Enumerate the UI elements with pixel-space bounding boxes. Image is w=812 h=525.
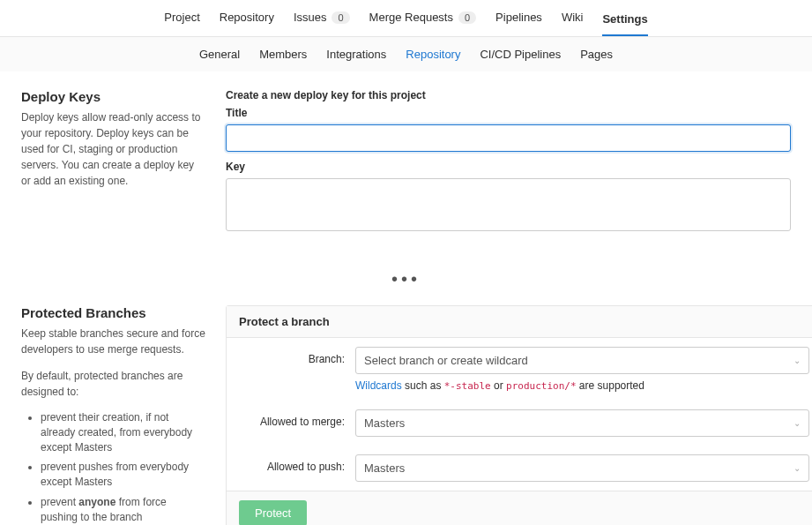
deploy-keys-desc: Deploy keys allow read-only access to yo… [21, 109, 206, 189]
subnav-members[interactable]: Members [259, 48, 307, 61]
allowed-push-value: Masters [364, 461, 405, 475]
nav-merge-requests[interactable]: Merge Requests 0 [369, 11, 477, 27]
protect-branch-panel-head: Protect a branch [227, 306, 812, 338]
nav-merge-requests-label: Merge Requests [369, 11, 453, 24]
allowed-push-select[interactable]: Masters ⌄ [355, 454, 809, 482]
nav-issues[interactable]: Issues 0 [294, 11, 350, 27]
protected-bullet-2: prevent pushes from everybody except Mas… [41, 460, 206, 490]
protected-bullet-1: prevent their creation, if not already c… [41, 410, 206, 454]
subnav-pages[interactable]: Pages [580, 48, 613, 61]
nav-project[interactable]: Project [164, 11, 199, 27]
protect-panel-foot: Protect [227, 491, 812, 525]
deploy-keys-title: Deploy Keys [21, 89, 206, 104]
allowed-merge-value: Masters [364, 416, 405, 430]
protect-button[interactable]: Protect [239, 500, 307, 525]
protected-branches-title: Protected Branches [21, 305, 206, 320]
nav-settings[interactable]: Settings [602, 11, 647, 36]
nav-repository[interactable]: Repository [220, 11, 274, 27]
allowed-push-label: Allowed to push: [239, 454, 345, 473]
allowed-push-row: Allowed to push: Masters ⌄ [227, 446, 812, 491]
branch-row: Branch: Select branch or create wildcard… [227, 338, 812, 401]
project-top-nav: Project Repository Issues 0 Merge Reques… [0, 0, 812, 37]
branch-select-placeholder: Select branch or create wildcard [364, 354, 528, 367]
branch-label: Branch: [239, 347, 345, 365]
deploy-keys-main: Create a new deploy key for this project… [226, 89, 791, 237]
nav-issues-label: Issues [294, 11, 327, 24]
section-separator-icon: ••• [0, 269, 812, 289]
protected-bullets: prevent their creation, if not already c… [21, 410, 206, 525]
allowed-merge-select[interactable]: Masters ⌄ [355, 409, 809, 437]
protected-branches-sidebar: Protected Branches Keep stable branches … [21, 305, 206, 525]
deploy-key-label: Key [226, 161, 791, 173]
protected-branches-section: Protected Branches Keep stable branches … [0, 305, 812, 525]
branch-wildcard-hint: Wildcards such as *-stable or production… [355, 379, 809, 392]
issues-badge: 0 [332, 11, 349, 24]
subnav-repository[interactable]: Repository [406, 48, 460, 61]
deploy-form-heading: Create a new deploy key for this project [226, 89, 791, 101]
deploy-title-label: Title [226, 107, 791, 119]
deploy-key-textarea[interactable] [226, 178, 791, 231]
chevron-down-icon: ⌄ [793, 463, 801, 473]
subnav-integrations[interactable]: Integrations [326, 48, 386, 61]
deploy-keys-section: Deploy Keys Deploy keys allow read-only … [0, 71, 812, 246]
deploy-title-input[interactable] [226, 124, 791, 152]
branch-select[interactable]: Select branch or create wildcard ⌄ [355, 347, 809, 374]
nav-pipelines[interactable]: Pipelines [495, 11, 542, 27]
deploy-keys-sidebar: Deploy Keys Deploy keys allow read-only … [21, 89, 206, 237]
chevron-down-icon: ⌄ [793, 356, 801, 365]
subnav-cicd[interactable]: CI/CD Pipelines [480, 48, 561, 61]
allowed-merge-label: Allowed to merge: [239, 409, 345, 428]
allowed-merge-row: Allowed to merge: Masters ⌄ [227, 401, 812, 446]
settings-sub-nav: General Members Integrations Repository … [0, 37, 812, 71]
merge-requests-badge: 0 [458, 11, 476, 24]
protected-desc2: By default, protected branches are desig… [21, 368, 206, 400]
protected-bullet-3: prevent anyone from force pushing to the… [41, 495, 206, 525]
protect-branch-panel: Protect a branch Branch: Select branch o… [226, 305, 812, 525]
nav-wiki[interactable]: Wiki [562, 11, 584, 27]
chevron-down-icon: ⌄ [793, 418, 801, 428]
subnav-general[interactable]: General [199, 48, 240, 61]
protected-branches-main: Protect a branch Branch: Select branch o… [226, 305, 812, 525]
protected-desc1: Keep stable branches secure and force de… [21, 326, 206, 357]
